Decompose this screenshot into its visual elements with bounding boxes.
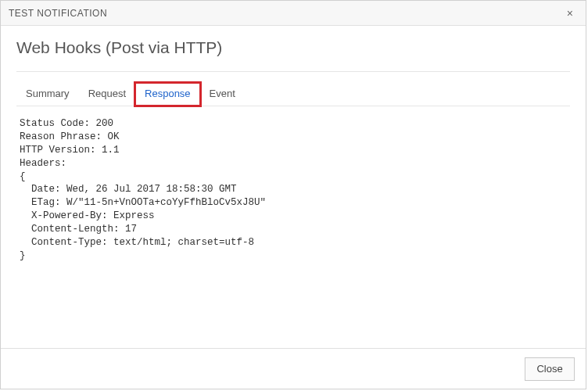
close-button[interactable]: Close (525, 357, 575, 381)
tabs: Summary Request Response Event (16, 83, 570, 106)
tab-event[interactable]: Event (200, 83, 245, 106)
response-body: Status Code: 200 Reason Phrase: OK HTTP … (16, 106, 570, 348)
tab-request[interactable]: Request (79, 83, 135, 106)
tab-summary[interactable]: Summary (16, 83, 79, 106)
footer: Close (1, 348, 586, 389)
tab-response[interactable]: Response (135, 83, 200, 106)
response-text: Status Code: 200 Reason Phrase: OK HTTP … (20, 117, 567, 263)
close-icon[interactable]: × (562, 5, 578, 21)
dialog: TEST NOTIFICATION × Web Hooks (Post via … (0, 0, 586, 389)
content: Web Hooks (Post via HTTP) Summary Reques… (1, 26, 586, 348)
titlebar: TEST NOTIFICATION × (1, 1, 586, 26)
page-title: Web Hooks (Post via HTTP) (16, 26, 570, 72)
dialog-title: TEST NOTIFICATION (9, 8, 107, 19)
